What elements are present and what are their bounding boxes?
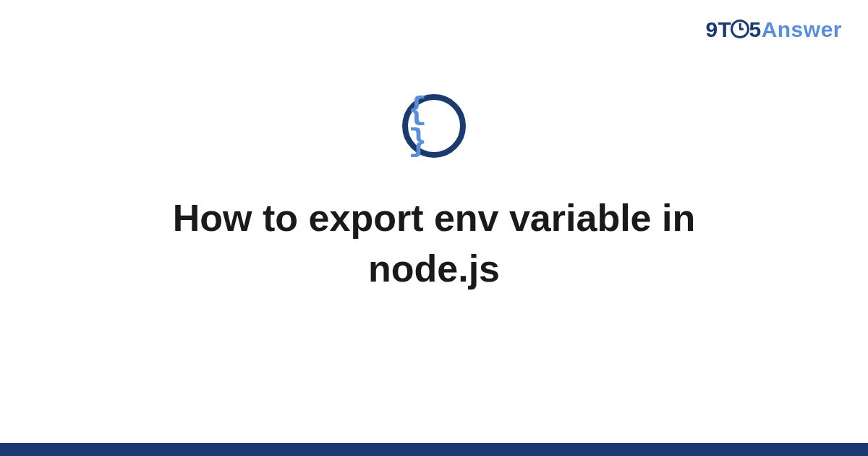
footer-accent-bar [0, 443, 868, 456]
main-content: { } How to export env variable in node.j… [0, 94, 868, 294]
site-logo[interactable]: 9T5Answer [705, 17, 842, 42]
logo-text-9t: 9T [705, 17, 731, 41]
code-braces-icon: { } [402, 94, 466, 158]
clock-icon [731, 20, 749, 38]
logo-text-5: 5 [749, 17, 761, 41]
braces-glyph: { } [408, 94, 460, 158]
logo-text-answer: Answer [762, 17, 842, 41]
page-title: How to export env variable in node.js [109, 193, 760, 294]
